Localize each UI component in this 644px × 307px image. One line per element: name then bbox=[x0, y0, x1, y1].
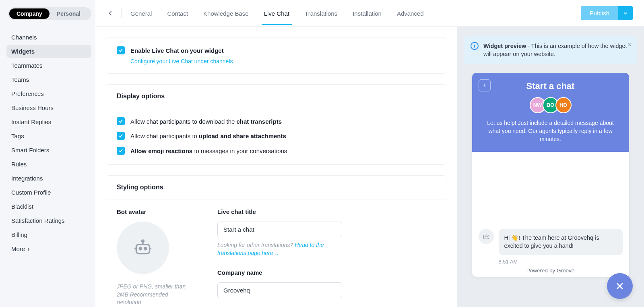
display-checkbox-2[interactable] bbox=[117, 147, 125, 155]
svg-point-2 bbox=[144, 247, 147, 249]
agent-avatar: HD bbox=[555, 97, 572, 113]
settings-sidebar: Company Personal ChannelsWidgetsTeammate… bbox=[0, 0, 95, 307]
sidebar-item-tags[interactable]: Tags bbox=[6, 129, 91, 143]
sidebar-item-custom-profile[interactable]: Custom Profile bbox=[6, 186, 91, 199]
sidebar-item-rules[interactable]: Rules bbox=[6, 158, 91, 171]
company-name-label: Company name bbox=[217, 269, 436, 276]
publish-button[interactable]: Publish bbox=[581, 6, 633, 20]
widget-fab-close[interactable] bbox=[607, 273, 633, 299]
sidebar-item-billing[interactable]: Billing bbox=[6, 228, 91, 241]
tab-advanced[interactable]: Advanced bbox=[396, 1, 425, 25]
main-panel: GeneralContactKnowledge BaseLive ChatTra… bbox=[95, 0, 644, 307]
publish-label: Publish bbox=[581, 6, 618, 20]
bot-avatar-label: Bot avatar bbox=[117, 208, 146, 215]
display-option-0: Allow chat participants to download the … bbox=[130, 117, 282, 127]
agent-avatars: NWBOHD bbox=[479, 97, 622, 113]
powered-by: Powered by Groove bbox=[472, 268, 629, 274]
sidebar-item-business-hours[interactable]: Business Hours bbox=[6, 101, 91, 114]
sidebar-item-widgets[interactable]: Widgets bbox=[6, 45, 91, 58]
tab-contact[interactable]: Contact bbox=[166, 1, 189, 25]
tab-installation[interactable]: Installation bbox=[352, 1, 382, 25]
sidebar-item-preferences[interactable]: Preferences bbox=[6, 87, 91, 100]
display-options-card: Display options Allow chat participants … bbox=[106, 84, 446, 165]
bot-avatar-small bbox=[479, 229, 494, 244]
chat-title-hint: Looking for other translations? Head to … bbox=[217, 241, 342, 257]
configure-livechat-link[interactable]: Configure your Live Chat under channels bbox=[130, 58, 233, 64]
chat-title-input[interactable] bbox=[217, 222, 342, 237]
back-button[interactable] bbox=[105, 8, 116, 19]
message-time: 8:51 AM bbox=[499, 259, 518, 265]
tab-live-chat[interactable]: Live Chat bbox=[263, 1, 290, 25]
sidebar-item-blacklist[interactable]: Blacklist bbox=[6, 200, 91, 213]
tab-translations[interactable]: Translations bbox=[304, 1, 338, 25]
preview-banner-title: Widget preview bbox=[483, 43, 526, 49]
enable-livechat-card: Enable Live Chat on your widget Configur… bbox=[106, 37, 446, 74]
widget-subtitle: Let us help! Just include a detailed mes… bbox=[479, 119, 622, 143]
chat-message: Hi 👋! The team here at Groovehq is excit… bbox=[499, 229, 623, 255]
display-checkbox-0[interactable] bbox=[117, 117, 125, 125]
divider bbox=[121, 8, 122, 18]
styling-options-title: Styling options bbox=[106, 176, 446, 199]
enable-livechat-label: Enable Live Chat on your widget bbox=[130, 47, 224, 54]
preview-banner-close[interactable]: × bbox=[627, 41, 632, 48]
display-option-1: Allow chat participants to upload and sh… bbox=[130, 132, 286, 141]
scope-toggle: Company Personal bbox=[8, 7, 91, 20]
display-option-2: Allow emoji reactions to messages in you… bbox=[130, 147, 287, 156]
info-icon: i bbox=[471, 42, 479, 50]
chat-title-label: Live chat title bbox=[217, 208, 436, 215]
preview-column: i Widget preview - This is an example of… bbox=[457, 27, 644, 307]
scope-company[interactable]: Company bbox=[9, 8, 50, 19]
enable-livechat-checkbox[interactable] bbox=[117, 46, 125, 54]
widget-back-button[interactable] bbox=[479, 79, 491, 91]
widget-preview: Start a chat NWBOHD Let us help! Just in… bbox=[472, 73, 629, 277]
bot-icon bbox=[133, 238, 153, 258]
styling-options-card: Styling options Bot avatar JPEG or P bbox=[106, 175, 446, 307]
sidebar-item-integrations[interactable]: Integrations bbox=[6, 172, 91, 185]
bot-avatar-hint: JPEG or PNG, smaller than 2MB Recommende… bbox=[117, 283, 193, 307]
display-options-title: Display options bbox=[106, 85, 446, 108]
svg-point-3 bbox=[142, 240, 144, 242]
svg-point-6 bbox=[487, 236, 487, 237]
display-checkbox-1[interactable] bbox=[117, 132, 125, 140]
sidebar-item-satisfaction-ratings[interactable]: Satisfaction Ratings bbox=[6, 214, 91, 227]
company-name-input[interactable] bbox=[217, 282, 342, 298]
tab-knowledge-base[interactable]: Knowledge Base bbox=[202, 1, 250, 25]
sidebar-item-teams[interactable]: Teams bbox=[6, 73, 91, 86]
sidebar-item-more[interactable]: More bbox=[6, 242, 91, 255]
sidebar-item-channels[interactable]: Channels bbox=[6, 31, 91, 44]
widget-title: Start a chat bbox=[479, 81, 622, 91]
svg-point-5 bbox=[485, 236, 485, 237]
sidebar-item-teammates[interactable]: Teammates bbox=[6, 59, 91, 72]
preview-banner: i Widget preview - This is an example of… bbox=[464, 36, 637, 64]
settings-column: Enable Live Chat on your widget Configur… bbox=[95, 27, 457, 307]
svg-rect-4 bbox=[483, 235, 489, 239]
scope-personal[interactable]: Personal bbox=[50, 8, 88, 19]
tab-general[interactable]: General bbox=[130, 1, 153, 25]
publish-caret[interactable] bbox=[618, 6, 633, 20]
bot-avatar-upload[interactable] bbox=[117, 222, 169, 274]
svg-rect-0 bbox=[136, 245, 149, 254]
svg-point-1 bbox=[139, 247, 141, 249]
tab-bar: GeneralContactKnowledge BaseLive ChatTra… bbox=[95, 0, 644, 27]
sidebar-item-smart-folders[interactable]: Smart Folders bbox=[6, 143, 91, 157]
sidebar-item-instant-replies[interactable]: Instant Replies bbox=[6, 115, 91, 129]
